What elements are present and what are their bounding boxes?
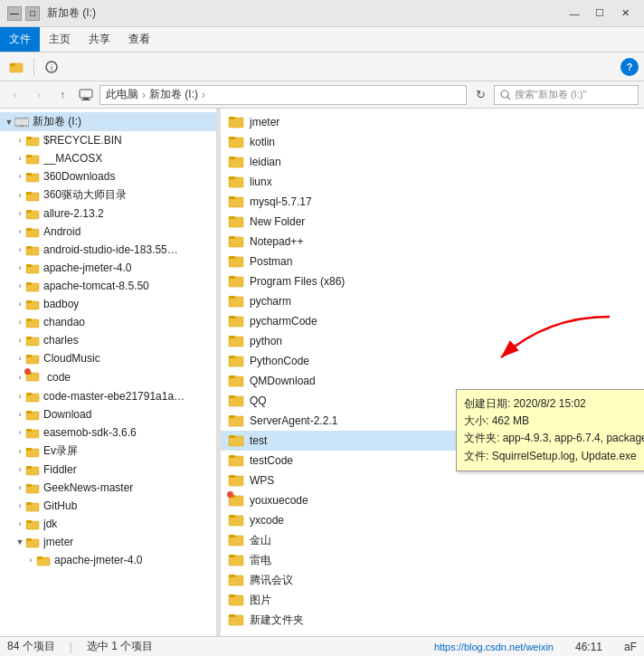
properties-button[interactable]: i bbox=[41, 56, 62, 78]
tree-item-360driver[interactable]: › 360驱动大师目录 bbox=[0, 185, 216, 204]
svg-rect-10 bbox=[15, 119, 28, 125]
tree-label-root: 新加卷 (I:) bbox=[33, 114, 81, 129]
status-selected: 选中 1 个项目 bbox=[87, 639, 153, 654]
tree-item-android[interactable]: › Android bbox=[0, 223, 216, 241]
file-item-pycharm[interactable]: pycharm bbox=[221, 291, 644, 311]
tree-item-easemob[interactable]: › easemob-sdk-3.6.6 bbox=[0, 423, 216, 442]
menu-file[interactable]: 文件 bbox=[0, 27, 40, 52]
folder-icon bbox=[228, 333, 244, 349]
svg-rect-33 bbox=[26, 318, 32, 321]
minimize-button[interactable]: — bbox=[563, 5, 586, 23]
tree-item-macosx[interactable]: › __MACOSX bbox=[0, 149, 216, 167]
file-item-pythoncode[interactable]: PythonCode bbox=[221, 351, 644, 371]
back-button[interactable]: ‹ bbox=[5, 85, 25, 105]
file-item-wps[interactable]: WPS bbox=[221, 471, 644, 490]
tree-item-download[interactable]: › Download bbox=[0, 405, 216, 423]
tree-item-jmeter-child[interactable]: › apache-jmeter-4.0 bbox=[0, 551, 216, 569]
right-panel: jmeter kotlin leidian liunx mysql-5.7.17 bbox=[221, 109, 644, 636]
folder-icon bbox=[228, 393, 244, 409]
folder-icon bbox=[25, 315, 40, 329]
file-item-newfolder[interactable]: New Folder bbox=[221, 212, 644, 232]
tree-label: jdk bbox=[43, 518, 57, 530]
menu-share[interactable]: 共享 bbox=[80, 27, 119, 52]
tree-item-github[interactable]: › GitHub bbox=[0, 497, 216, 515]
tree-item-fiddler[interactable]: › Fiddler bbox=[0, 461, 216, 479]
tree-item-ev[interactable]: › Ev录屏 bbox=[0, 442, 216, 461]
svg-rect-59 bbox=[37, 556, 43, 559]
folder-icon bbox=[228, 233, 244, 250]
svg-rect-29 bbox=[26, 282, 32, 285]
tree-item-charles[interactable]: › charles bbox=[0, 331, 216, 349]
folder-icon bbox=[25, 517, 40, 531]
tree-label: apache-tomcat-8.5.50 bbox=[43, 280, 149, 292]
folder-icon bbox=[228, 273, 244, 290]
file-item-qmdownload[interactable]: QMDownload bbox=[221, 371, 644, 391]
svg-rect-111 bbox=[229, 614, 235, 617]
tree-item-cloudmusic[interactable]: › CloudMusic bbox=[0, 349, 216, 367]
file-item-pictures[interactable]: 图片 bbox=[221, 590, 644, 610]
tree-label: Download bbox=[43, 408, 91, 421]
help-button[interactable]: ? bbox=[620, 58, 639, 76]
tree-item-360dl[interactable]: › 360Downloads bbox=[0, 167, 216, 185]
footer-label: aF bbox=[624, 641, 637, 653]
tree-item-code[interactable]: › code bbox=[0, 367, 216, 387]
maximize-button[interactable]: ☐ bbox=[588, 5, 611, 23]
tree-label: GeekNews-master bbox=[43, 481, 133, 494]
menu-home[interactable]: 主页 bbox=[40, 27, 80, 52]
folder-icon bbox=[228, 452, 244, 469]
file-label: PythonCode bbox=[250, 355, 309, 367]
forward-button[interactable]: › bbox=[29, 85, 49, 105]
file-item-programfiles[interactable]: Program Files (x86) bbox=[221, 271, 644, 291]
computer-button[interactable] bbox=[76, 85, 96, 105]
svg-rect-25 bbox=[26, 246, 32, 249]
folder-icon bbox=[228, 154, 244, 170]
file-item-mysql[interactable]: mysql-5.7.17 bbox=[221, 192, 644, 212]
up-button[interactable]: ↑ bbox=[52, 85, 72, 105]
folder-icon bbox=[25, 462, 40, 477]
file-item-leidian[interactable]: leidian bbox=[221, 152, 644, 172]
file-item-yxcode[interactable]: yxcode bbox=[221, 510, 644, 530]
svg-rect-105 bbox=[229, 555, 235, 557]
tree-item-tomcat[interactable]: › apache-tomcat-8.5.50 bbox=[0, 277, 216, 295]
file-item-notepad[interactable]: Notepad++ bbox=[221, 232, 644, 252]
tree-item-code-master[interactable]: › code-master-ebe21791a1a… bbox=[0, 387, 216, 405]
svg-rect-55 bbox=[26, 520, 32, 523]
file-item-jinshan[interactable]: 金山 bbox=[221, 530, 644, 550]
tree-item-badboy[interactable]: › badboy bbox=[0, 295, 216, 313]
file-item-kotlin[interactable]: kotlin bbox=[221, 132, 644, 152]
refresh-button[interactable]: ↻ bbox=[470, 85, 490, 105]
svg-rect-17 bbox=[26, 173, 32, 176]
tree-item-allure[interactable]: › allure-2.13.2 bbox=[0, 204, 216, 223]
tooltip-created: 创建日期: 2020/8/2 15:02 bbox=[464, 395, 644, 413]
menu-view[interactable]: 查看 bbox=[119, 27, 159, 52]
tree-item-jmeter[interactable]: › apache-jmeter-4.0 bbox=[0, 259, 216, 277]
file-item-jmeter[interactable]: jmeter bbox=[221, 112, 644, 132]
file-label: liunx bbox=[250, 176, 272, 188]
search-box[interactable]: 搜索"新加卷 (I:)" bbox=[494, 85, 639, 105]
tree-item-geeknews[interactable]: › GeekNews-master bbox=[0, 479, 216, 497]
file-item-youxuecode[interactable]: youxuecode bbox=[221, 490, 644, 510]
svg-rect-71 bbox=[229, 216, 235, 219]
file-item-leidian2[interactable]: 雷电 bbox=[221, 550, 644, 570]
file-item-tencent[interactable]: 腾讯会议 bbox=[221, 570, 644, 590]
new-folder-button[interactable] bbox=[5, 56, 27, 78]
file-item-newdir[interactable]: 新建文件夹 bbox=[221, 610, 644, 630]
tree-item-android-studio[interactable]: › android-studio-ide-183.55… bbox=[0, 241, 216, 259]
file-item-postman[interactable]: Postman bbox=[221, 252, 644, 271]
file-label: WPS bbox=[250, 474, 274, 487]
tree-item-root[interactable]: ▼ 新加卷 (I:) bbox=[0, 112, 216, 131]
file-item-python[interactable]: python bbox=[221, 331, 644, 351]
svg-rect-75 bbox=[229, 256, 235, 259]
address-path[interactable]: 此电脑 › 新加卷 (I:) › bbox=[99, 85, 467, 105]
tree-item-chandao[interactable]: › chandao bbox=[0, 313, 216, 331]
title-bar: — □ 新加卷 (I:) — ☐ ✕ bbox=[0, 0, 644, 27]
tree-item-jmeter2[interactable]: ▼ jmeter bbox=[0, 533, 216, 551]
expand-icon: › bbox=[14, 447, 25, 456]
svg-rect-95 bbox=[229, 455, 235, 458]
close-button[interactable]: ✕ bbox=[613, 5, 637, 23]
file-item-liunx[interactable]: liunx bbox=[221, 172, 644, 192]
tree-item-recycle[interactable]: › $RECYCLE.BIN bbox=[0, 131, 216, 149]
file-item-pycharmcode[interactable]: pycharmCode bbox=[221, 311, 644, 331]
tree-item-jdk[interactable]: › jdk bbox=[0, 515, 216, 533]
folder-icon bbox=[228, 194, 244, 210]
